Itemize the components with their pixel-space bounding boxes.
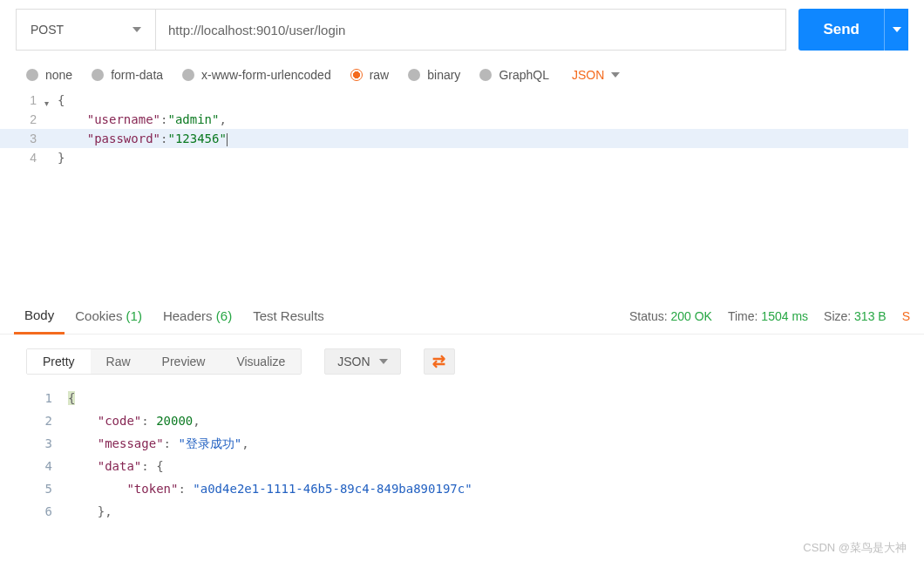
body-type-form-data[interactable]: form-data <box>92 68 163 82</box>
response-format-select[interactable]: JSON <box>324 348 400 375</box>
wrap-lines-icon[interactable]: ⇄ <box>424 348 455 375</box>
tab-cookies[interactable]: Cookies (1) <box>65 298 153 335</box>
response-tabs: Body Cookies (1) Headers (6) Test Result… <box>0 298 924 335</box>
response-body-editor[interactable]: 1{ 2 "code": 20000, 3 "message": "登录成功",… <box>0 383 924 523</box>
body-type-urlencoded[interactable]: x-www-form-urlencoded <box>182 68 331 82</box>
body-type-raw[interactable]: raw <box>350 68 390 82</box>
time-field: Time: 1504 ms <box>728 309 808 323</box>
radio-icon <box>182 69 194 81</box>
body-type-none[interactable]: none <box>26 68 72 82</box>
subtab-preview[interactable]: Preview <box>146 349 221 374</box>
radio-icon <box>26 69 38 81</box>
response-subbar: Pretty Raw Preview Visualize JSON ⇄ <box>0 335 924 383</box>
url-input[interactable]: http://localhost:9010/user/login <box>155 9 786 51</box>
subtab-raw[interactable]: Raw <box>91 349 146 374</box>
url-value: http://localhost:9010/user/login <box>168 23 345 37</box>
subtab-visualize[interactable]: Visualize <box>221 349 301 374</box>
send-button[interactable]: Send <box>798 9 884 51</box>
radio-icon <box>350 69 363 81</box>
radio-icon <box>408 69 420 81</box>
body-type-binary[interactable]: binary <box>408 68 460 82</box>
http-method-value: POST <box>31 23 64 37</box>
send-button-group: Send <box>798 9 908 51</box>
radio-icon <box>479 69 492 81</box>
chevron-down-icon <box>132 27 141 32</box>
text-cursor <box>227 133 228 146</box>
send-dropdown-button[interactable] <box>884 9 908 51</box>
status-field: Status: 200 OK <box>629 309 712 323</box>
tab-headers[interactable]: Headers (6) <box>153 298 242 335</box>
tab-test-results[interactable]: Test Results <box>242 298 335 335</box>
size-field: Size: 313 B <box>824 309 887 323</box>
radio-icon <box>92 69 104 81</box>
request-bar: POST http://localhost:9010/user/login Se… <box>0 0 924 59</box>
body-type-graphql[interactable]: GraphQL <box>479 68 549 82</box>
request-body-editor[interactable]: 1▾ { 2 "username":"admin", 3 "password":… <box>0 91 924 167</box>
chevron-down-icon <box>893 27 901 32</box>
save-response-button[interactable]: S <box>902 309 910 323</box>
response-meta: Status: 200 OK Time: 1504 ms Size: 313 B… <box>629 309 910 323</box>
chevron-down-icon <box>379 359 388 364</box>
subtab-pretty[interactable]: Pretty <box>27 349 91 374</box>
body-type-radio-group: none form-data x-www-form-urlencoded raw… <box>0 59 924 91</box>
chevron-down-icon <box>611 72 620 78</box>
tab-body[interactable]: Body <box>14 298 65 335</box>
http-method-select[interactable]: POST <box>16 9 155 51</box>
body-format-select[interactable]: JSON <box>572 68 620 82</box>
